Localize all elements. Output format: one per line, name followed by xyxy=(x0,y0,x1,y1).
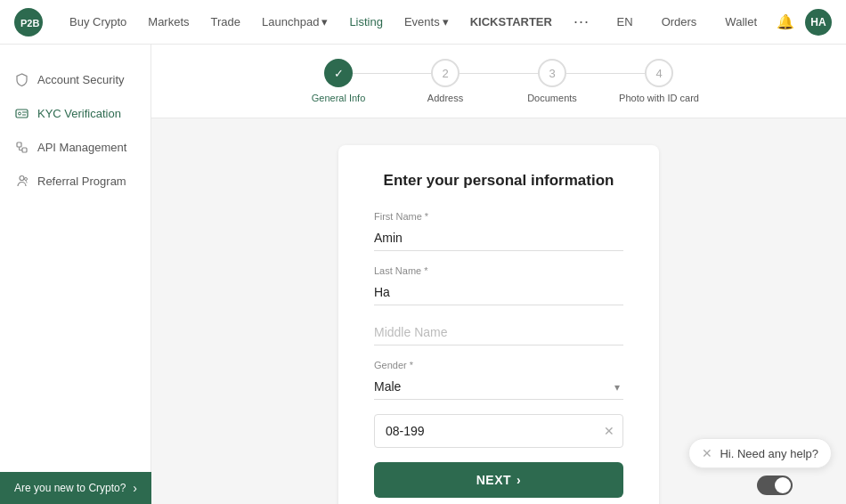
chevron-down-icon: ▾ xyxy=(321,15,328,28)
referral-icon xyxy=(14,174,28,188)
nav-launchpad[interactable]: Launchpad ▾ xyxy=(253,10,337,34)
sidebar-item-referral[interactable]: Referral Program xyxy=(0,164,150,198)
nav-more[interactable]: ··· xyxy=(565,7,598,37)
nav-lang[interactable]: EN xyxy=(608,11,642,33)
next-arrow-icon: › xyxy=(517,473,521,487)
toggle-switch[interactable] xyxy=(757,476,793,495)
nav-trade[interactable]: Trade xyxy=(202,10,249,34)
last-name-label: Last Name * xyxy=(374,265,623,276)
bottom-bar-text: Are you new to Crypto? xyxy=(14,482,126,494)
sidebar-label-kyc: KYC Verification xyxy=(37,107,121,120)
chat-close-icon[interactable]: ✕ xyxy=(702,446,712,460)
nav-events[interactable]: Events ▾ xyxy=(395,10,458,34)
middle-name-group xyxy=(374,320,623,345)
bottom-bar[interactable]: Are you new to Crypto? › xyxy=(0,472,151,504)
svg-rect-6 xyxy=(17,142,21,147)
first-name-label: First Name * xyxy=(374,211,623,222)
logo-icon: P2B xyxy=(14,8,43,37)
first-name-group: First Name * xyxy=(374,211,623,251)
user-avatar[interactable]: HA xyxy=(805,9,832,36)
sidebar-label-account-security: Account Security xyxy=(37,73,125,86)
form-title: Enter your personal information xyxy=(374,172,623,190)
kyc-step-address: 2 Address xyxy=(392,59,499,103)
form-card: Enter your personal information First Na… xyxy=(338,145,659,504)
api-icon xyxy=(14,140,28,154)
dob-input[interactable] xyxy=(374,414,623,448)
svg-point-3 xyxy=(18,112,20,115)
chat-text: Hi. Need any help? xyxy=(720,447,818,460)
kyc-step-photo: 4 Photo with ID card xyxy=(606,59,712,103)
step-circle-3: 3 xyxy=(538,59,566,87)
brand-logo[interactable]: P2B xyxy=(14,8,43,37)
toggle-knob xyxy=(775,477,791,493)
nav-listing[interactable]: Listing xyxy=(340,10,392,34)
gender-select[interactable]: Male Female Other xyxy=(374,374,623,400)
sidebar-label-api: API Management xyxy=(37,141,126,154)
sidebar: Account Security KYC Verification API Ma… xyxy=(0,45,151,504)
page-layout: Account Security KYC Verification API Ma… xyxy=(0,45,846,504)
svg-point-11 xyxy=(24,177,27,180)
last-name-group: Last Name * xyxy=(374,265,623,305)
last-name-input[interactable] xyxy=(374,280,623,305)
svg-rect-7 xyxy=(22,148,27,152)
clear-icon[interactable]: ✕ xyxy=(604,424,614,438)
step-label-2: Address xyxy=(427,93,463,103)
svg-text:P2B: P2B xyxy=(20,18,39,28)
svg-point-10 xyxy=(20,175,24,180)
middle-name-input[interactable] xyxy=(374,320,623,345)
chevron-down-icon: ▾ xyxy=(443,15,449,28)
nav-markets[interactable]: Markets xyxy=(139,10,198,34)
nav-orders[interactable]: Orders xyxy=(653,11,706,33)
first-name-input[interactable] xyxy=(374,225,623,251)
bottom-bar-expand-icon: › xyxy=(133,481,137,495)
sidebar-item-kyc[interactable]: KYC Verification xyxy=(0,96,150,130)
nav-right: EN Orders Wallet 🔔 HA xyxy=(608,9,832,36)
gender-select-wrapper: Male Female Other ▾ xyxy=(374,374,623,400)
top-nav: P2B Buy Crypto Markets Trade Launchpad ▾… xyxy=(0,0,846,45)
step-label-3: Documents xyxy=(527,93,577,103)
main-content: ✓ General Info 2 Address 3 Documents 4 P… xyxy=(151,45,846,504)
step-label-1: General Info xyxy=(312,93,366,103)
kyc-step-general: ✓ General Info xyxy=(285,59,392,103)
chat-bubble: ✕ Hi. Need any help? xyxy=(688,438,832,468)
step-label-4: Photo with ID card xyxy=(619,93,699,103)
kyc-steps-bar: ✓ General Info 2 Address 3 Documents 4 P… xyxy=(151,45,846,118)
step-circle-4: 4 xyxy=(645,59,673,87)
sidebar-label-referral: Referral Program xyxy=(37,175,126,188)
step-circle-1: ✓ xyxy=(324,59,353,87)
nav-buy-crypto[interactable]: Buy Crypto xyxy=(61,10,135,34)
nav-wallet[interactable]: Wallet xyxy=(716,11,766,33)
sidebar-item-api[interactable]: API Management xyxy=(0,130,150,164)
step-circle-2: 2 xyxy=(431,59,460,87)
next-label: NEXT xyxy=(476,473,511,487)
gender-label: Gender * xyxy=(374,360,623,370)
nav-kickstarter[interactable]: KICKSTARTER xyxy=(461,10,561,34)
next-button[interactable]: NEXT › xyxy=(374,462,623,498)
dob-wrapper: ✕ xyxy=(374,414,623,448)
gender-group: Gender * Male Female Other ▾ xyxy=(374,360,623,400)
nav-links: Buy Crypto Markets Trade Launchpad ▾ Lis… xyxy=(61,7,608,37)
dob-group: ✕ xyxy=(374,414,623,448)
kyc-step-documents: 3 Documents xyxy=(499,59,606,103)
shield-icon xyxy=(14,72,28,86)
id-card-icon xyxy=(14,106,28,120)
sidebar-item-account-security[interactable]: Account Security xyxy=(0,62,150,96)
svg-rect-2 xyxy=(16,110,28,118)
bell-icon[interactable]: 🔔 xyxy=(777,13,794,30)
